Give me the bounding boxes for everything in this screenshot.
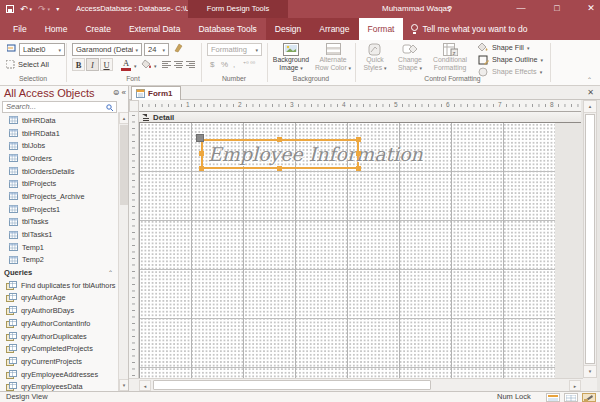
nav-query-item[interactable]: qryAuthorAge [0, 292, 119, 305]
nav-table-item[interactable]: tblProjects_Archive [0, 190, 119, 203]
nav-query-item[interactable]: qryAuthorDuplicates [0, 330, 119, 343]
resize-handle-left[interactable] [199, 151, 204, 156]
nav-scroll-down-icon[interactable]: ▾ [119, 379, 129, 391]
search-input[interactable]: Search... [2, 101, 117, 113]
scroll-left-icon[interactable]: ◂ [139, 380, 151, 391]
collapse-ribbon-icon[interactable]: ⌃ [587, 76, 592, 83]
resize-handle-top[interactable] [277, 137, 282, 142]
shape-fill-button[interactable]: Shape Fill▾ [478, 42, 529, 53]
nav-table-item[interactable]: tblOrdersDetails [0, 165, 119, 178]
underline-button[interactable]: U [100, 58, 113, 71]
nav-table-item[interactable]: tblJobs [0, 139, 119, 152]
nav-table-item[interactable]: tblTasks1 [0, 228, 119, 241]
vertical-scrollbar[interactable]: ▴ ▾ [583, 100, 597, 378]
navigation-pane: All Access Objects ⊜ « Search... tblHRDa… [0, 86, 129, 391]
scroll-up-icon[interactable]: ▴ [584, 101, 596, 113]
scroll-down-icon[interactable]: ▾ [584, 365, 596, 377]
nav-scroll-thumb[interactable] [120, 125, 128, 205]
collapse-section-icon[interactable]: ⌃ [108, 269, 113, 276]
fill-color-caret-icon[interactable]: ▾ [154, 63, 157, 69]
selected-object-combo[interactable]: Label0▾ [19, 43, 65, 56]
document-tab-form1[interactable]: Form1 [131, 86, 181, 100]
nav-table-item[interactable]: Temp2 [0, 254, 119, 267]
shape-outline-button[interactable]: Shape Outline▾ [478, 54, 543, 65]
nav-table-item[interactable]: tblOrders [0, 152, 119, 165]
tab-create[interactable]: Create [76, 18, 120, 40]
resize-handle-bottom[interactable] [277, 166, 282, 171]
undo-icon[interactable]: ↶ [20, 0, 28, 18]
tab-arrange[interactable]: Arrange [310, 18, 358, 40]
resize-handle-right[interactable] [356, 151, 361, 156]
nav-table-item[interactable]: tblHRData1 [0, 127, 119, 140]
resize-handle-top-right[interactable] [356, 137, 361, 142]
nav-query-item[interactable]: Find duplicates for tblAuthors [0, 279, 119, 292]
form-view-button[interactable] [546, 393, 560, 402]
maximize-button[interactable]: □ [544, 0, 570, 18]
horizontal-scroll-thumb[interactable] [153, 380, 431, 390]
font-color-button[interactable]: A [119, 58, 133, 71]
tab-home[interactable]: Home [36, 18, 77, 40]
minimize-button[interactable]: — [508, 0, 534, 18]
label-control-selected[interactable]: Employee Information [201, 139, 359, 169]
query-icon [6, 306, 17, 315]
undo-caret-icon[interactable]: ▾ [30, 0, 33, 18]
align-right-icon[interactable] [186, 59, 195, 70]
tab-database-tools[interactable]: Database Tools [189, 18, 265, 40]
nav-pane-menu-icons[interactable]: ⊜ « [113, 88, 126, 97]
nav-query-item[interactable]: qryCurrentProjects [0, 355, 119, 368]
align-center-icon[interactable] [174, 59, 183, 70]
nav-item-label: qryAuthorContantInfo [21, 319, 90, 328]
bold-button[interactable]: B [72, 58, 85, 71]
scroll-right-icon[interactable]: ▸ [569, 380, 581, 391]
search-icon[interactable] [106, 104, 114, 112]
nav-query-item[interactable]: qryEmployeesData [0, 380, 119, 391]
italic-button[interactable]: I [86, 58, 99, 71]
horizontal-scrollbar[interactable]: ◂ ▸ [129, 378, 583, 391]
font-color-caret-icon[interactable]: ▾ [134, 63, 137, 69]
save-icon[interactable] [6, 5, 14, 13]
nav-table-item[interactable]: Temp1 [0, 241, 119, 254]
close-button[interactable]: ✕ [578, 0, 600, 18]
select-all-button[interactable]: Select All [6, 60, 49, 69]
tell-me-box[interactable]: Tell me what you want to do [403, 18, 535, 40]
vertical-ruler[interactable] [129, 112, 139, 378]
section-collapse-icon[interactable] [142, 113, 150, 121]
customize-qat-icon[interactable]: ▾ [56, 0, 59, 18]
font-name-value: Garamond (Detail) [76, 45, 133, 54]
nav-table-item[interactable]: tblHRData [0, 114, 119, 127]
nav-query-item[interactable]: qryEmployeeAddresses [0, 368, 119, 381]
alternate-row-label-1: Alternate [319, 56, 346, 63]
detail-section-header[interactable]: Detail [139, 112, 581, 123]
nav-query-item[interactable]: qryCompletedProjects [0, 342, 119, 355]
move-handle[interactable] [196, 134, 204, 142]
fill-color-icon[interactable] [141, 59, 153, 70]
tab-external-data[interactable]: External Data [120, 18, 190, 40]
align-left-icon[interactable] [162, 59, 171, 70]
nav-table-item[interactable]: tblProjects [0, 177, 119, 190]
font-size-combo[interactable]: 24▾ [144, 43, 169, 56]
horizontal-ruler[interactable]: 12345678 [139, 100, 581, 112]
signed-in-user[interactable]: Muhammad Waqas [382, 0, 451, 18]
nav-section-queries[interactable]: Queries ⌃ [0, 266, 119, 279]
format-painter-icon[interactable] [173, 43, 183, 54]
resize-handle-bottom-right[interactable] [356, 166, 361, 171]
tab-format[interactable]: Format [359, 18, 404, 40]
nav-scroll-up-icon[interactable]: ▴ [119, 112, 129, 124]
resize-handle-bottom-left[interactable] [199, 166, 204, 171]
nav-query-item[interactable]: qryAuthorBDays [0, 304, 119, 317]
background-image-button[interactable]: Background Image ▾ [271, 42, 311, 75]
nav-table-item[interactable]: tblTasks [0, 216, 119, 229]
tab-file[interactable]: File [4, 18, 36, 40]
vertical-scroll-thumb[interactable] [585, 114, 595, 364]
nav-scrollbar[interactable]: ▴ ▾ [118, 112, 128, 391]
ruler-corner[interactable] [129, 100, 139, 112]
tab-design[interactable]: Design [266, 18, 310, 40]
nav-table-item[interactable]: tblProjects1 [0, 203, 119, 216]
design-view-button[interactable] [582, 393, 596, 402]
form-design-grid[interactable]: Employee Information [139, 123, 555, 378]
close-document-icon[interactable]: ✕ [587, 86, 594, 100]
help-button[interactable]: ? [447, 0, 452, 18]
nav-query-item[interactable]: qryAuthorContantInfo [0, 317, 119, 330]
font-name-combo[interactable]: Garamond (Detail)▾ [72, 43, 142, 56]
datasheet-view-button[interactable] [564, 393, 578, 402]
